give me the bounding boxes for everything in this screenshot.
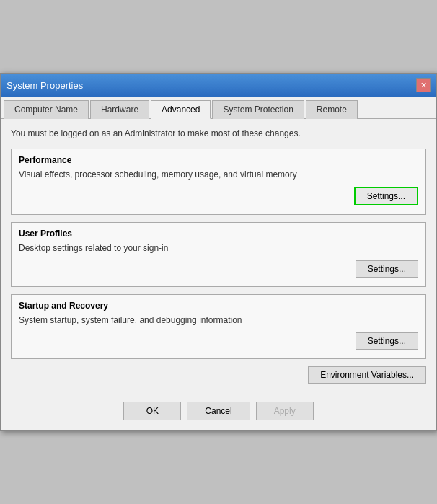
close-icon: ✕ <box>420 81 427 90</box>
performance-desc: Visual effects, processor scheduling, me… <box>19 169 418 180</box>
tab-advanced[interactable]: Advanced <box>151 100 211 119</box>
environment-variables-button[interactable]: Environment Variables... <box>308 366 426 384</box>
close-button[interactable]: ✕ <box>416 78 431 92</box>
startup-recovery-section: Startup and Recovery System startup, sys… <box>11 294 426 359</box>
startup-recovery-desc: System startup, system failure, and debu… <box>19 315 418 325</box>
performance-section: Performance Visual effects, processor sc… <box>11 149 426 215</box>
tab-content: You must be logged on as an Administrato… <box>1 119 436 394</box>
title-bar: System Properties ✕ <box>1 74 436 97</box>
startup-recovery-btn-row: Settings... <box>19 332 418 350</box>
tab-remote[interactable]: Remote <box>306 100 358 119</box>
tab-system-protection[interactable]: System Protection <box>212 100 304 119</box>
user-profiles-btn-row: Settings... <box>19 260 418 278</box>
user-profiles-title: User Profiles <box>19 229 418 239</box>
window-title: System Properties <box>6 80 83 91</box>
tabs-container: Computer Name Hardware Advanced System P… <box>1 97 436 119</box>
startup-recovery-settings-button[interactable]: Settings... <box>356 332 418 350</box>
performance-settings-button[interactable]: Settings... <box>354 187 418 205</box>
performance-btn-row: Settings... <box>19 187 418 205</box>
env-btn-row: Environment Variables... <box>11 366 426 384</box>
bottom-buttons: OK Cancel Apply <box>1 394 436 430</box>
apply-button[interactable]: Apply <box>256 402 314 420</box>
performance-title: Performance <box>19 155 418 165</box>
ok-button[interactable]: OK <box>123 402 181 420</box>
admin-notice: You must be logged on as an Administrato… <box>11 128 426 140</box>
startup-recovery-title: Startup and Recovery <box>19 301 418 311</box>
cancel-button[interactable]: Cancel <box>187 402 250 420</box>
user-profiles-settings-button[interactable]: Settings... <box>356 260 418 278</box>
user-profiles-section: User Profiles Desktop settings related t… <box>11 222 426 287</box>
tab-hardware[interactable]: Hardware <box>90 100 149 119</box>
system-properties-window: System Properties ✕ Computer Name Hardwa… <box>0 73 437 431</box>
user-profiles-desc: Desktop settings related to your sign-in <box>19 243 418 253</box>
tab-computer-name[interactable]: Computer Name <box>4 100 89 119</box>
title-bar-controls: ✕ <box>416 78 431 92</box>
